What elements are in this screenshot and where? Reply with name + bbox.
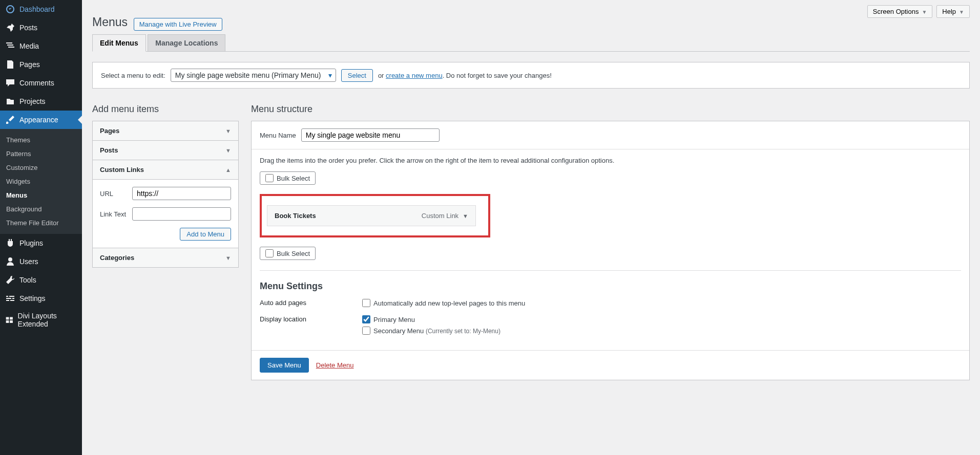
auto-add-checkbox-label[interactable]: Automatically add new top-level pages to…: [362, 299, 525, 307]
add-to-menu-button[interactable]: Add to Menu: [180, 228, 231, 241]
submenu-widgets[interactable]: Widgets: [0, 175, 82, 188]
sidebar-item-tools[interactable]: Tools: [0, 271, 82, 289]
link-text-input[interactable]: [132, 207, 231, 221]
pin-icon: [5, 23, 15, 33]
auto-add-pages-label: Auto add pages: [260, 299, 362, 310]
submenu-customize[interactable]: Customize: [0, 161, 82, 175]
nav-tabs: Edit Menus Manage Locations: [92, 34, 970, 52]
menu-select[interactable]: My single page website menu (Primary Men…: [171, 69, 336, 82]
create-new-menu-link[interactable]: create a new menu: [386, 72, 443, 79]
sidebar-label: Projects: [19, 97, 46, 105]
bulk-select-top[interactable]: Bulk Select: [260, 171, 316, 185]
sidebar-item-divi-layouts[interactable]: Divi Layouts Extended: [0, 308, 82, 332]
delete-menu-link[interactable]: Delete Menu: [316, 361, 354, 369]
bulk-select-bottom[interactable]: Bulk Select: [260, 247, 316, 260]
user-icon: [5, 256, 15, 267]
sidebar-item-posts[interactable]: Posts: [0, 18, 82, 37]
chevron-down-icon: ▼: [225, 128, 231, 134]
sidebar-label: Media: [19, 42, 39, 50]
top-right-controls: Screen Options▼ Help▼: [867, 5, 970, 18]
add-menu-items-column: Add menu items Pages ▼ Posts ▼ Custom Li…: [92, 104, 239, 380]
sidebar-label: Dashboard: [19, 5, 55, 13]
plug-icon: [5, 238, 15, 248]
menu-structure-column: Menu structure Menu Name Drag the items …: [251, 104, 970, 380]
accordion-custom-links[interactable]: Custom Links ▲: [93, 160, 238, 180]
sidebar-label: Posts: [19, 24, 37, 32]
menu-item-type: Custom Link ▼: [422, 212, 468, 220]
manage-menus-bar: Select a menu to edit: My single page we…: [92, 62, 970, 89]
save-menu-button[interactable]: Save Menu: [260, 358, 309, 373]
sidebar-item-media[interactable]: Media: [0, 37, 82, 55]
secondary-menu-checkbox-label[interactable]: Secondary Menu (Currently set to: My-Men…: [362, 327, 501, 335]
sidebar-label: Pages: [19, 60, 40, 69]
bulk-select-checkbox[interactable]: [265, 249, 274, 257]
tab-edit-menus[interactable]: Edit Menus: [92, 34, 146, 52]
dashboard-icon: [5, 4, 15, 14]
sidebar-label: Tools: [19, 276, 36, 284]
accordion-categories[interactable]: Categories ▼: [93, 248, 238, 267]
divider: [260, 270, 961, 271]
sliders-icon: [5, 293, 15, 304]
primary-menu-checkbox[interactable]: [362, 315, 370, 323]
tab-manage-locations[interactable]: Manage Locations: [148, 34, 225, 52]
chevron-down-icon[interactable]: ▼: [463, 213, 468, 219]
chevron-down-icon: ▼: [922, 9, 927, 15]
primary-menu-checkbox-label[interactable]: Primary Menu: [362, 315, 501, 323]
sidebar-item-pages[interactable]: Pages: [0, 55, 82, 74]
submenu-menus[interactable]: Menus: [0, 188, 82, 202]
link-text-label: Link Text: [100, 210, 132, 218]
sidebar-label: Plugins: [19, 239, 43, 247]
menu-item-book-tickets[interactable]: Book Tickets Custom Link ▼: [267, 205, 476, 226]
menu-structure-heading: Menu structure: [251, 104, 970, 115]
sidebar-label: Settings: [19, 294, 46, 302]
sidebar-label: Users: [19, 257, 38, 266]
accordion-pages[interactable]: Pages ▼: [93, 121, 238, 141]
brush-icon: [5, 115, 15, 125]
sidebar-item-projects[interactable]: Projects: [0, 92, 82, 111]
instructions-text: Drag the items into the order you prefer…: [260, 157, 961, 164]
sidebar-item-dashboard[interactable]: Dashboard: [0, 0, 82, 18]
help-button[interactable]: Help▼: [936, 5, 970, 18]
sidebar-item-settings[interactable]: Settings: [0, 289, 82, 308]
menu-item-title: Book Tickets: [275, 212, 316, 220]
display-location-label: Display location: [260, 315, 362, 338]
layout-icon: [5, 315, 14, 325]
chevron-down-icon: ▼: [959, 9, 964, 15]
menu-frame: Menu Name Drag the items into the order …: [251, 121, 970, 380]
chevron-up-icon: ▲: [225, 167, 231, 173]
bulk-select-checkbox[interactable]: [265, 174, 274, 182]
wrench-icon: [5, 275, 15, 285]
appearance-submenu: Themes Patterns Customize Widgets Menus …: [0, 129, 82, 234]
submenu-themes[interactable]: Themes: [0, 133, 82, 147]
main-content: Screen Options▼ Help▼ Menus Manage with …: [82, 0, 980, 455]
sidebar-label: Appearance: [19, 116, 58, 124]
sidebar-item-users[interactable]: Users: [0, 252, 82, 271]
or-create-text: or create a new menu. Do not forget to s…: [378, 72, 552, 79]
page-title: Menus: [92, 0, 128, 34]
secondary-menu-checkbox[interactable]: [362, 327, 370, 335]
comment-icon: [5, 78, 15, 88]
auto-add-checkbox[interactable]: [362, 299, 370, 307]
submenu-background[interactable]: Background: [0, 202, 82, 216]
manage-live-preview-button[interactable]: Manage with Live Preview: [134, 18, 222, 31]
highlight-annotation: Book Tickets Custom Link ▼: [260, 194, 490, 237]
url-label: URL: [100, 190, 132, 198]
custom-links-panel: URL Link Text Add to Menu: [93, 180, 238, 248]
submenu-patterns[interactable]: Patterns: [0, 147, 82, 161]
sidebar-item-comments[interactable]: Comments: [0, 74, 82, 92]
menu-settings-heading: Menu Settings: [260, 281, 961, 292]
select-button[interactable]: Select: [341, 69, 373, 82]
chevron-down-icon: ▼: [225, 147, 231, 154]
add-menu-items-heading: Add menu items: [92, 104, 239, 115]
submenu-theme-file-editor[interactable]: Theme File Editor: [0, 216, 82, 230]
accordion-posts[interactable]: Posts ▼: [93, 141, 238, 160]
menu-name-label: Menu Name: [260, 132, 296, 139]
screen-options-button[interactable]: Screen Options▼: [867, 5, 933, 18]
sidebar-label: Divi Layouts Extended: [18, 312, 77, 328]
chevron-down-icon: ▼: [225, 255, 231, 261]
projects-icon: [5, 96, 15, 106]
menu-name-input[interactable]: [301, 128, 440, 142]
sidebar-item-plugins[interactable]: Plugins: [0, 234, 82, 252]
url-input[interactable]: [132, 187, 231, 200]
sidebar-item-appearance[interactable]: Appearance: [0, 111, 82, 129]
